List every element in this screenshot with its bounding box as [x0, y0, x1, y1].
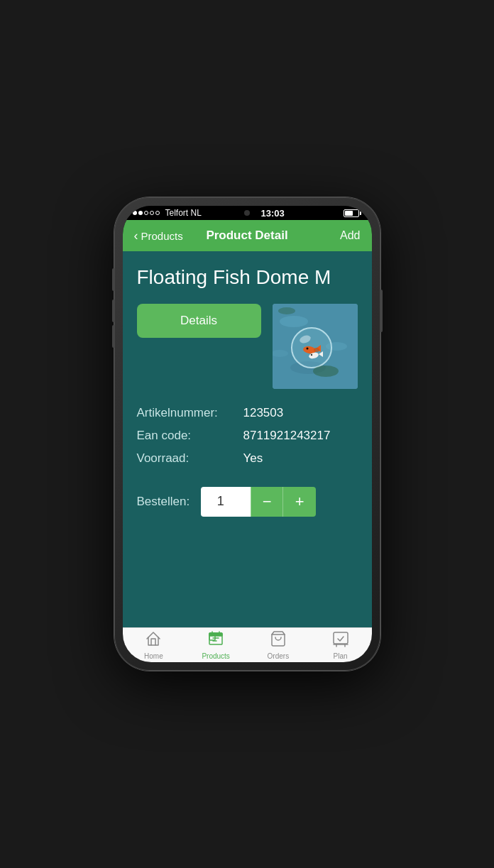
tab-orders[interactable]: Orders	[247, 628, 309, 662]
svg-point-10	[306, 347, 308, 349]
voorraad-row: Voorraad: Yes	[137, 451, 358, 466]
svg-point-15	[313, 366, 339, 377]
status-left: Telfort NL	[133, 208, 202, 218]
bestellen-label: Bestellen:	[137, 495, 190, 509]
svg-point-1	[280, 316, 308, 327]
tab-plan-label: Plan	[334, 652, 348, 660]
tab-home-label: Home	[144, 652, 163, 660]
battery	[344, 209, 361, 217]
plus-icon: +	[295, 493, 304, 511]
home-icon	[145, 630, 162, 651]
main-content: Floating Fish Dome M Details	[123, 251, 372, 627]
details-button[interactable]: Details	[137, 304, 261, 338]
nav-title: Product Detail	[206, 229, 287, 243]
carrier-label: Telfort NL	[165, 208, 202, 218]
camera	[244, 210, 250, 216]
orders-icon	[270, 630, 287, 651]
signal-dot-2	[138, 211, 143, 215]
tab-products[interactable]: Products	[185, 628, 247, 662]
minus-icon: −	[263, 493, 272, 511]
phone-frame: Telfort NL 13:03 ‹ Products Product Deta…	[114, 197, 380, 671]
tab-home[interactable]: Home	[123, 628, 185, 662]
ean-label: Ean code:	[137, 429, 243, 443]
products-icon	[207, 630, 224, 651]
chevron-left-icon: ‹	[134, 229, 138, 243]
tab-bar: Home Products	[123, 627, 372, 662]
quantity-increase-button[interactable]: +	[283, 487, 316, 517]
time-label: 13:03	[261, 208, 285, 219]
ean-value: 8711921243217	[243, 429, 331, 443]
navigation-bar: ‹ Products Product Detail Add	[123, 220, 372, 251]
quantity-decrease-button[interactable]: −	[251, 487, 283, 517]
tab-plan[interactable]: Plan	[309, 628, 372, 662]
product-image	[273, 304, 358, 389]
back-label: Products	[141, 230, 183, 242]
product-title: Floating Fish Dome M	[137, 265, 358, 290]
product-info: Artikelnummer: 123503 Ean code: 87119212…	[137, 406, 358, 466]
order-row: Bestellen: − +	[137, 487, 358, 517]
signal-dot-1	[133, 211, 137, 215]
quantity-input[interactable]	[201, 487, 251, 517]
voorraad-label: Voorraad:	[137, 451, 243, 466]
plan-icon	[332, 630, 349, 651]
artikelnummer-row: Artikelnummer: 123503	[137, 406, 358, 420]
tab-products-label: Products	[202, 652, 229, 660]
status-bar: Telfort NL 13:03	[123, 206, 372, 220]
add-button[interactable]: Add	[340, 229, 360, 242]
artikelnummer-value: 123503	[243, 406, 284, 420]
ean-row: Ean code: 8711921243217	[137, 429, 358, 443]
tab-orders-label: Orders	[268, 652, 290, 660]
back-button[interactable]: ‹ Products	[134, 229, 183, 243]
svg-rect-21	[334, 632, 348, 644]
product-details-row: Details	[137, 304, 358, 389]
svg-point-11	[314, 348, 319, 352]
signal-dot-5	[155, 211, 160, 215]
signal-dot-3	[144, 211, 148, 215]
voorraad-value: Yes	[243, 451, 263, 466]
signal-dot-4	[150, 211, 154, 215]
phone-screen: Telfort NL 13:03 ‹ Products Product Deta…	[123, 206, 372, 662]
artikelnummer-label: Artikelnummer:	[137, 406, 243, 420]
svg-point-14	[310, 353, 312, 355]
svg-point-16	[278, 307, 295, 314]
